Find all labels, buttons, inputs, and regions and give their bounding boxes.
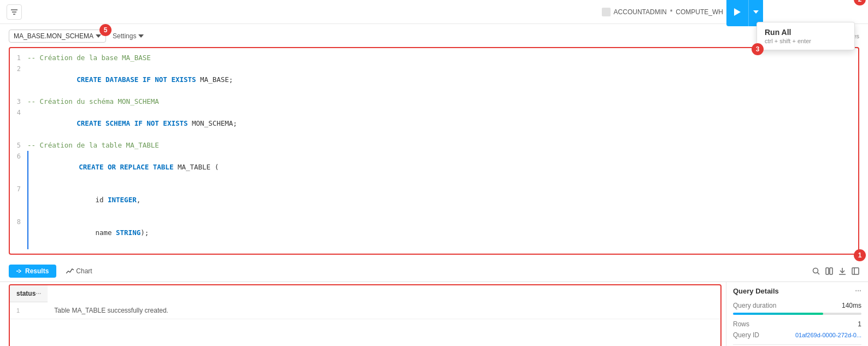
line-num-1: 1: [10, 52, 27, 63]
schema-selector[interactable]: MA_BASE.MON_SCHEMA: [9, 30, 106, 43]
line-num-4: 4: [10, 107, 27, 118]
run-btn-group: 2 Run All ctrl + shift + enter 3: [726, 0, 861, 26]
code-line-2: 2 CREATE DATABASE IF NOT EXISTS MA_BASE;: [10, 63, 858, 96]
query-id-row: Query ID 01af269d-0000-272d-0...: [733, 331, 861, 339]
tab-results[interactable]: Results: [9, 265, 56, 278]
download-icon-btn[interactable]: [838, 267, 846, 275]
duration-value: 140ms: [842, 302, 861, 309]
code-line-1: 1 -- Création de la base MA_BASE: [10, 52, 858, 63]
rows-value: 1: [858, 320, 861, 328]
status-value: Table MA_TABLE successfully created.: [54, 307, 168, 314]
line-content-8: name STRING);: [27, 216, 858, 249]
code-line-7: 7 id INTEGER,: [10, 184, 858, 216]
run-all-title: Run All: [765, 28, 847, 37]
filter-icon[interactable]: [7, 4, 22, 20]
svg-rect-13: [852, 268, 859, 274]
settings-label: Settings: [113, 32, 136, 40]
svg-point-7: [813, 268, 818, 273]
editor-section: MA_BASE.MON_SCHEMA 5 Settings Lates: [0, 24, 868, 260]
line-content-6: CREATE OR REPLACE TABLE MA_TABLE (: [27, 151, 858, 184]
code-line-6: 6 CREATE OR REPLACE TABLE MA_TABLE (: [10, 151, 858, 184]
code-editor-wrapper: 1 -- Création de la base MA_BASE 2 CREAT…: [9, 47, 859, 255]
top-bar-left: [7, 4, 22, 20]
query-id-value[interactable]: 01af269d-0000-272d-0...: [795, 332, 861, 338]
svg-marker-3: [734, 8, 741, 16]
tab-chart[interactable]: Chart: [61, 265, 97, 278]
panel-more-icon[interactable]: ···: [855, 286, 861, 295]
results-tabs: Results Chart: [0, 260, 868, 282]
code-editor[interactable]: 1 -- Création de la base MA_BASE 2 CREAT…: [9, 47, 859, 255]
tab-results-label: Results: [25, 267, 49, 275]
line-content-1: -- Création de la base MA_BASE: [27, 52, 858, 63]
panel-divider: [733, 344, 861, 345]
account-label: ACCOUNTADMIN: [614, 8, 667, 16]
results-table: status ··· 1: [10, 285, 720, 319]
line-num-7: 7: [10, 184, 27, 195]
rows-row: Rows 1: [733, 320, 861, 328]
line-num-8: 8: [10, 216, 27, 227]
panel-header: Query Details ···: [733, 286, 861, 295]
svg-rect-10: [830, 268, 832, 274]
main-content: MA_BASE.MON_SCHEMA 5 Settings Lates: [0, 24, 868, 346]
code-line-8: 8 name STRING);: [10, 216, 858, 249]
table-header-status: status ···: [10, 285, 48, 302]
query-id-label: Query ID: [733, 331, 759, 339]
badge-1: 1: [854, 249, 866, 261]
line-content-2: CREATE DATABASE IF NOT EXISTS MA_BASE;: [27, 63, 858, 96]
line-content-4: CREATE SCHEMA IF NOT EXISTS MON_SCHEMA;: [27, 107, 858, 140]
code-line-4: 4 CREATE SCHEMA IF NOT EXISTS MON_SCHEMA…: [10, 107, 858, 140]
svg-marker-5: [96, 34, 101, 38]
code-line-5: 5 -- Création de la table MA_TABLE: [10, 140, 858, 151]
badge-2: 2: [854, 0, 866, 5]
editor-header: MA_BASE.MON_SCHEMA 5 Settings Lates: [9, 30, 859, 43]
code-line-3: 3 -- Création du schéma MON_SCHEMA: [10, 96, 858, 107]
line-content-7: id INTEGER,: [27, 184, 858, 216]
query-details-title: Query Details: [733, 287, 779, 295]
more-icon[interactable]: ···: [36, 290, 41, 297]
row-value: Table MA_TABLE successfully created.: [48, 302, 720, 319]
line-content-5: -- Création de la table MA_TABLE: [27, 140, 858, 151]
table-row: 1 Table MA_TABLE successfully created.: [10, 302, 720, 319]
svg-rect-9: [826, 268, 829, 274]
query-details-panel: Query Details ··· Query duration 140ms R…: [726, 282, 868, 346]
duration-progress-bar: [733, 313, 861, 315]
results-tabs-right: [812, 267, 859, 275]
settings-button[interactable]: Settings: [113, 32, 144, 40]
rows-label: Rows: [733, 320, 749, 328]
results-tabs-left: Results Chart: [9, 265, 98, 278]
run-all-shortcut: ctrl + shift + enter: [765, 38, 847, 44]
results-area: status ··· 1: [0, 282, 868, 346]
duration-progress-fill: [733, 313, 823, 315]
tab-chart-label: Chart: [76, 267, 92, 275]
compute-label: *: [670, 8, 673, 16]
expand-icon-btn[interactable]: [852, 267, 859, 275]
search-icon-btn[interactable]: [812, 267, 820, 275]
line-num-3: 3: [10, 96, 27, 107]
columns-icon-btn[interactable]: [825, 267, 833, 275]
run-button[interactable]: [726, 0, 748, 26]
top-bar: ACCOUNTADMIN * COMPUTE_WH 2 Run All ctrl…: [0, 0, 868, 24]
row-num: 1: [10, 302, 48, 319]
account-icon: [602, 8, 611, 16]
svg-marker-4: [753, 10, 759, 14]
line-num-5: 5: [10, 140, 27, 151]
account-info: ACCOUNTADMIN * COMPUTE_WH: [602, 8, 723, 16]
run-all-tooltip: Run All ctrl + shift + enter 3: [756, 22, 855, 50]
compute-wh-label: COMPUTE_WH: [676, 8, 723, 16]
line-num-6: 6: [10, 151, 27, 162]
svg-line-8: [818, 272, 820, 274]
line-num-2: 2: [10, 63, 27, 74]
line-content-3: -- Création du schéma MON_SCHEMA: [27, 96, 858, 107]
schema-selector-wrapper: MA_BASE.MON_SCHEMA 5: [9, 30, 106, 43]
duration-label: Query duration: [733, 302, 776, 309]
results-section: Results Chart: [0, 260, 868, 346]
status-column-label: status: [16, 290, 36, 297]
top-bar-right: ACCOUNTADMIN * COMPUTE_WH 2 Run All ctrl…: [602, 0, 861, 26]
results-table-section: status ··· 1: [9, 284, 722, 346]
badge-5: 5: [99, 24, 112, 36]
svg-marker-6: [138, 34, 144, 38]
badge-3: 3: [752, 43, 764, 55]
duration-row: Query duration 140ms: [733, 302, 861, 309]
schema-label: MA_BASE.MON_SCHEMA: [14, 32, 93, 40]
results-table-wrapper: status ··· 1: [9, 284, 722, 346]
